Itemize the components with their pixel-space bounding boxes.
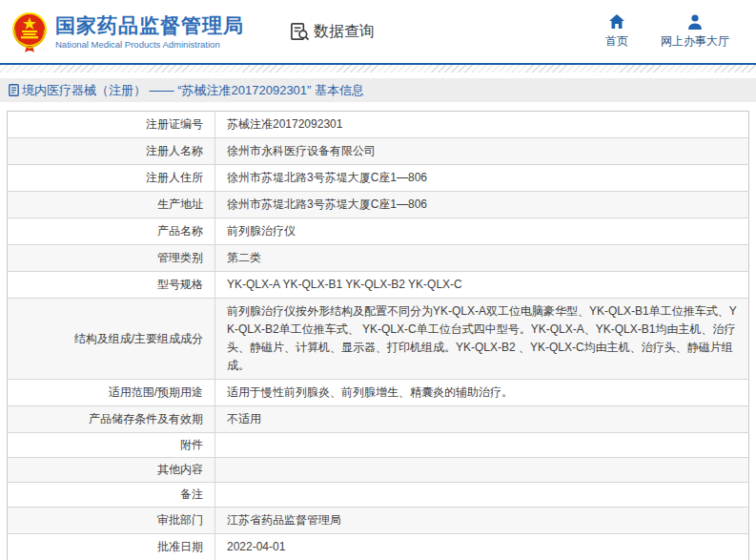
person-icon: [686, 13, 704, 31]
row-label: 审批部门: [8, 508, 215, 534]
row-value: 江苏省药品监督管理局: [215, 508, 749, 534]
row-value: 苏械注准20172092301: [215, 112, 749, 138]
breadcrumb: 境内医疗器械（注册） —— “苏械注准20172092301” 基本信息: [0, 78, 756, 102]
row-label: 结构及组成/主要组成成分: [8, 299, 215, 380]
row-value: 徐州市苏堤北路3号苏堤大厦C座1—806: [215, 165, 749, 192]
row-label: 产品储存条件及有效期: [8, 406, 215, 433]
row-label: 注册人名称: [8, 138, 215, 165]
table-row: 注册人名称徐州市永科医疗设备有限公司: [8, 138, 749, 165]
row-value: 徐州市苏堤北路3号苏堤大厦C座1—806: [215, 192, 749, 218]
nav-home[interactable]: 首页: [605, 13, 628, 50]
row-value: [215, 433, 749, 458]
table-row: 适用范围/预期用途适用于慢性前列腺炎、前列腺增生、精囊炎的辅助治疗。: [8, 380, 749, 406]
row-value: 适用于慢性前列腺炎、前列腺增生、精囊炎的辅助治疗。: [215, 380, 749, 406]
row-label: 注册证编号: [8, 112, 215, 138]
site-title-cn: 国家药品监督管理局: [55, 13, 244, 38]
row-value: 前列腺治疗仪按外形结构及配置不同分为YK-QLX-A双工位电脑豪华型、YK-QL…: [215, 299, 749, 380]
page-header: 国家药品监督管理局 National Medical Products Admi…: [0, 0, 756, 63]
table-row: 产品名称前列腺治疗仪: [8, 218, 749, 245]
table-row: 产品储存条件及有效期不适用: [8, 406, 749, 433]
row-value: 第二类: [215, 245, 749, 272]
row-label: 注册人住所: [8, 165, 215, 192]
nav-home-label: 首页: [605, 33, 628, 50]
row-label: 生产地址: [8, 192, 215, 218]
table-row: 备注: [8, 483, 749, 508]
table-row: 附件: [8, 433, 749, 458]
nav-online-hall-label: 网上办事大厅: [661, 33, 729, 50]
nav-data-query[interactable]: 数据查询: [290, 22, 375, 42]
table-row: 注册证编号苏械注准20172092301: [8, 112, 749, 138]
table-row: 生产地址徐州市苏堤北路3号苏堤大厦C座1—806: [8, 192, 749, 218]
row-value: 不适用: [215, 406, 749, 433]
data-query-label: 数据查询: [314, 22, 375, 42]
table-row: 批准日期2022-04-01: [8, 534, 749, 560]
row-value: [215, 483, 749, 508]
document-search-icon: [290, 22, 310, 42]
header-nav: 首页 网上办事大厅: [605, 13, 729, 50]
table-row: 结构及组成/主要组成成分前列腺治疗仪按外形结构及配置不同分为YK-QLX-A双工…: [8, 299, 749, 380]
breadcrumb-text: 境内医疗器械（注册） —— “苏械注准20172092301” 基本信息: [22, 82, 364, 99]
table-row: 管理类别第二类: [8, 245, 749, 272]
row-label: 批准日期: [8, 534, 215, 560]
row-label: 其他内容: [8, 458, 215, 483]
table-row: 审批部门江苏省药品监督管理局: [8, 508, 749, 534]
table-row: 型号规格YK-QLX-A YK-QLX-B1 YK-QLX-B2 YK-QLX-…: [8, 272, 749, 299]
row-value: 前列腺治疗仪: [215, 218, 749, 245]
registration-info-table: 注册证编号苏械注准20172092301 注册人名称徐州市永科医疗设备有限公司 …: [7, 111, 749, 560]
row-label: 管理类别: [8, 245, 215, 272]
nav-online-hall[interactable]: 网上办事大厅: [661, 13, 729, 50]
row-label: 备注: [8, 483, 215, 508]
table-row: 其他内容: [8, 458, 749, 483]
row-label: 产品名称: [8, 218, 215, 245]
row-label: 型号规格: [8, 272, 215, 299]
brand-titles: 国家药品监督管理局 National Medical Products Admi…: [55, 13, 244, 51]
spacer-gap: [0, 102, 756, 111]
row-value: 2022-04-01: [215, 534, 749, 560]
row-value: 徐州市永科医疗设备有限公司: [215, 138, 749, 165]
row-value: YK-QLX-A YK-QLX-B1 YK-QLX-B2 YK-QLX-C: [215, 272, 749, 299]
home-icon: [608, 13, 625, 31]
row-label: 适用范围/预期用途: [8, 380, 215, 406]
china-national-emblem-icon: [11, 10, 48, 53]
document-icon: [9, 84, 19, 96]
site-title-en: National Medical Products Administration: [55, 38, 244, 51]
table-row: 注册人住所徐州市苏堤北路3号苏堤大厦C座1—806: [8, 165, 749, 192]
stripe-decoration-band: [0, 65, 756, 73]
row-label: 附件: [8, 433, 215, 458]
row-value: [215, 458, 749, 483]
